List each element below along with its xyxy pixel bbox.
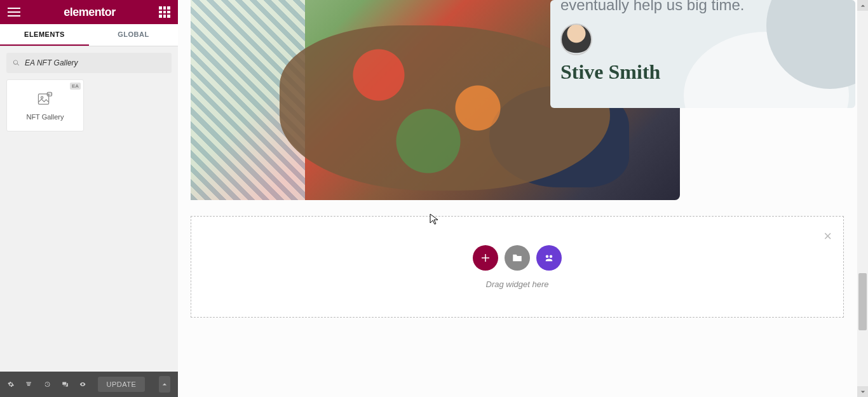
testimonial-card: eventually help us big time. Stive Smith xyxy=(550,0,855,108)
elementor-sidebar: elementor ELEMENTS GLOBAL EA NFT NFT Gal… xyxy=(0,0,178,397)
svg-point-1 xyxy=(41,97,43,98)
tab-global[interactable]: GLOBAL xyxy=(89,24,178,46)
search-input[interactable] xyxy=(25,58,165,67)
widget-nft-gallery[interactable]: EA NFT NFT Gallery xyxy=(6,79,84,131)
sidebar-footer: UPDATE xyxy=(0,372,178,397)
responsive-icon[interactable] xyxy=(62,380,68,389)
folder-icon xyxy=(512,252,523,264)
close-icon[interactable]: × xyxy=(824,228,832,245)
avatar xyxy=(560,24,592,55)
svg-point-4 xyxy=(546,255,549,258)
sidebar-tabs: ELEMENTS GLOBAL xyxy=(0,24,178,46)
canvas[interactable]: eventually help us big time. Stive Smith… xyxy=(178,0,868,397)
sidebar-header: elementor xyxy=(0,0,178,24)
templately-button[interactable] xyxy=(536,245,562,271)
settings-icon[interactable] xyxy=(8,380,14,389)
caret-up-icon xyxy=(162,382,167,387)
logo: elementor xyxy=(64,6,116,19)
history-icon[interactable] xyxy=(44,380,50,389)
plus-icon xyxy=(480,252,491,264)
update-options-button[interactable] xyxy=(159,376,170,393)
drop-zone[interactable]: × Drag widget here xyxy=(191,216,844,318)
dropzone-hint: Drag widget here xyxy=(486,279,549,289)
add-template-button[interactable] xyxy=(505,245,530,271)
scroll-up-button[interactable] xyxy=(857,0,868,11)
templately-icon xyxy=(543,252,555,264)
triangle-up-icon xyxy=(860,3,865,8)
scroll-thumb[interactable] xyxy=(858,273,867,330)
update-button[interactable]: UPDATE xyxy=(98,377,146,392)
svg-text:NFT: NFT xyxy=(47,93,52,96)
vertical-scrollbar[interactable] xyxy=(857,0,868,397)
testimonial-text: eventually help us big time. xyxy=(560,0,845,15)
svg-point-5 xyxy=(550,255,553,258)
widgets-list: EA NFT NFT Gallery xyxy=(0,79,178,131)
search-wrap xyxy=(0,46,178,79)
widget-badge: EA xyxy=(70,83,81,90)
search-box[interactable] xyxy=(6,53,172,73)
scroll-down-button[interactable] xyxy=(857,386,868,397)
tab-elements[interactable]: ELEMENTS xyxy=(0,24,89,46)
nft-gallery-icon: NFT xyxy=(36,90,54,108)
triangle-down-icon xyxy=(860,389,865,394)
apps-icon[interactable] xyxy=(159,6,170,18)
search-icon xyxy=(13,59,20,67)
preview-icon[interactable] xyxy=(79,380,86,389)
navigator-icon[interactable] xyxy=(25,380,32,389)
menu-icon[interactable] xyxy=(8,8,20,17)
add-section-button[interactable] xyxy=(473,245,498,271)
widget-label: NFT Gallery xyxy=(26,113,64,121)
dropzone-actions xyxy=(473,245,562,271)
